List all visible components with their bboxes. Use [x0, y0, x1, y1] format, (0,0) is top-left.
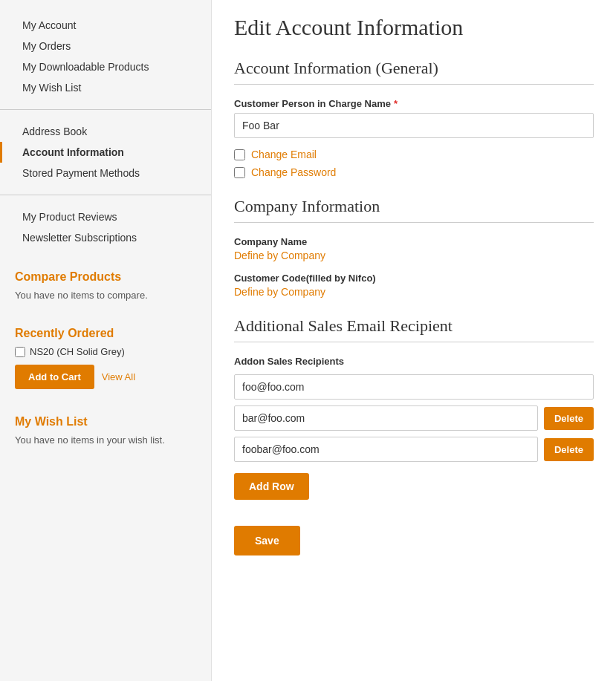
customer-name-label: Customer Person in Charge Name * [234, 98, 594, 109]
change-password-checkbox[interactable] [234, 167, 245, 178]
email-row-1 [234, 374, 594, 400]
change-email-checkbox[interactable] [234, 149, 245, 160]
customer-code-label: Customer Code(filled by Nifco) [234, 273, 594, 284]
customer-code-value: Define by Company [234, 286, 594, 298]
company-info-section-title: Company Information [234, 197, 594, 223]
required-star: * [394, 98, 398, 109]
recently-ordered-item-label: NS20 (CH Solid Grey) [30, 346, 125, 357]
compare-products-widget: Compare Products You have no items to co… [0, 259, 211, 316]
delete-button-3[interactable]: Delete [544, 438, 594, 461]
additional-email-section: Additional Sales Email Recipient Addon S… [234, 316, 594, 555]
change-email-row: Change Email [234, 149, 594, 160]
recently-ordered-checkbox[interactable] [15, 347, 25, 357]
recently-ordered-item-row: NS20 (CH Solid Grey) [15, 346, 196, 357]
company-name-label: Company Name [234, 236, 594, 247]
view-all-link[interactable]: View All [102, 371, 135, 382]
add-row-button[interactable]: Add Row [234, 473, 309, 500]
account-info-section-title: Account Information (General) [234, 59, 594, 85]
compare-products-title: Compare Products [15, 270, 196, 284]
sidebar-item-newsletter-subscriptions[interactable]: Newsletter Subscriptions [0, 227, 211, 248]
sidebar-item-my-product-reviews[interactable]: My Product Reviews [0, 206, 211, 227]
sidebar-item-my-orders[interactable]: My Orders [0, 36, 211, 56]
recently-ordered-widget: Recently Ordered NS20 (CH Solid Grey) Ad… [0, 316, 211, 404]
my-wish-list-widget: My Wish List You have no items in your w… [0, 404, 211, 460]
change-password-label[interactable]: Change Password [251, 166, 336, 178]
sidebar-item-my-wish-list[interactable]: My Wish List [0, 77, 211, 98]
email-input-2[interactable] [234, 405, 538, 431]
wish-list-title: My Wish List [15, 415, 196, 429]
sidebar-item-stored-payment-methods[interactable]: Stored Payment Methods [0, 163, 211, 183]
additional-email-section-title: Additional Sales Email Recipient [234, 316, 594, 342]
save-container: Save [234, 515, 594, 555]
save-button[interactable]: Save [234, 526, 300, 555]
company-info-section: Company Information Company Name Define … [234, 197, 594, 298]
company-name-field: Company Name Define by Company [234, 236, 594, 261]
customer-name-field: Customer Person in Charge Name * [234, 98, 594, 138]
change-password-row: Change Password [234, 166, 594, 178]
email-input-3[interactable] [234, 437, 538, 462]
email-row-3: Delete [234, 437, 594, 462]
company-name-value: Define by Company [234, 250, 594, 261]
compare-products-text: You have no items to compare. [15, 290, 196, 301]
account-info-section: Account Information (General) Customer P… [234, 59, 594, 178]
page-title: Edit Account Information [234, 15, 594, 40]
wish-list-text: You have no items in your wish list. [15, 434, 196, 446]
sidebar-item-account-information[interactable]: Account Information [0, 142, 211, 163]
sidebar-nav-main: My Account My Orders My Downloadable Pro… [0, 15, 211, 110]
sidebar-nav-account: Address Book Account Information Stored … [0, 121, 211, 195]
addon-sales-label: Addon Sales Recipients [234, 356, 594, 367]
sidebar-item-my-account[interactable]: My Account [0, 15, 211, 36]
change-email-label[interactable]: Change Email [251, 149, 317, 160]
delete-button-2[interactable]: Delete [544, 407, 594, 430]
sidebar: My Account My Orders My Downloadable Pro… [0, 0, 212, 681]
customer-name-input[interactable] [234, 113, 594, 138]
sidebar-item-my-downloadable-products[interactable]: My Downloadable Products [0, 56, 211, 77]
add-to-cart-button[interactable]: Add to Cart [15, 365, 94, 389]
main-content: Edit Account Information Account Informa… [212, 0, 616, 681]
sidebar-nav-reviews: My Product Reviews Newsletter Subscripti… [0, 206, 211, 248]
add-row-container: Add Row [234, 469, 594, 500]
customer-code-field: Customer Code(filled by Nifco) Define by… [234, 273, 594, 298]
email-input-1[interactable] [234, 374, 594, 400]
recently-ordered-title: Recently Ordered [15, 327, 196, 340]
email-row-2: Delete [234, 405, 594, 431]
sidebar-item-address-book[interactable]: Address Book [0, 121, 211, 142]
